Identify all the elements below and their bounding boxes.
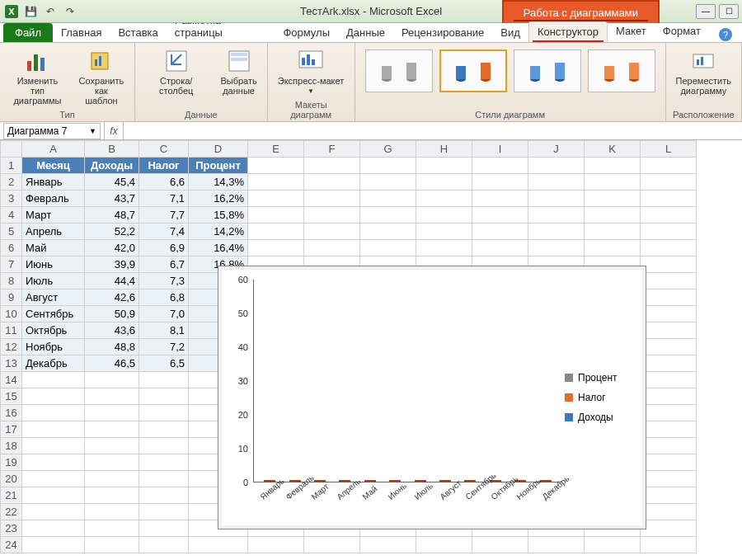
row-header[interactable]: 21 <box>1 487 22 504</box>
cell[interactable] <box>304 537 360 553</box>
column-header[interactable]: J <box>528 141 585 158</box>
row-header[interactable]: 7 <box>1 256 22 273</box>
cell[interactable] <box>641 388 697 405</box>
cell[interactable]: 50,9 <box>85 306 139 322</box>
chart-bar[interactable] <box>415 480 426 482</box>
cell[interactable]: 7,0 <box>139 306 189 322</box>
cell[interactable] <box>360 537 416 553</box>
cell[interactable] <box>304 207 360 224</box>
row-header[interactable]: 9 <box>1 289 22 306</box>
tab-data[interactable]: Данные <box>338 23 393 42</box>
cell[interactable] <box>22 487 85 504</box>
redo-icon[interactable]: ↷ <box>63 4 77 19</box>
cell[interactable] <box>85 421 139 438</box>
cell[interactable] <box>139 520 189 537</box>
tab-insert[interactable]: Вставка <box>110 23 166 42</box>
row-header[interactable]: 18 <box>1 438 22 454</box>
cell[interactable] <box>22 438 85 454</box>
cell[interactable] <box>248 191 304 207</box>
tab-view[interactable]: Вид <box>492 23 528 42</box>
cell[interactable] <box>248 207 304 224</box>
cell[interactable] <box>248 174 304 191</box>
cell[interactable] <box>139 372 189 388</box>
row-header[interactable]: 6 <box>1 240 22 256</box>
chart-style-1[interactable] <box>365 49 433 92</box>
cell[interactable]: 7,2 <box>139 339 189 355</box>
cell[interactable] <box>416 224 472 240</box>
row-header[interactable]: 22 <box>1 504 22 520</box>
cell[interactable] <box>22 454 85 471</box>
cell[interactable] <box>22 471 85 487</box>
cell[interactable] <box>641 322 697 339</box>
cell[interactable]: 45,4 <box>85 174 139 191</box>
cell[interactable] <box>641 537 697 553</box>
cell[interactable] <box>416 207 472 224</box>
cell[interactable] <box>472 240 528 256</box>
cell[interactable]: 6,9 <box>139 240 189 256</box>
cell[interactable]: Май <box>22 240 85 256</box>
cell[interactable]: 7,1 <box>139 191 189 207</box>
chart-bar[interactable] <box>464 480 476 482</box>
tab-home[interactable]: Главная <box>53 23 110 42</box>
cell[interactable]: 6,7 <box>139 256 189 273</box>
cell[interactable] <box>22 504 85 520</box>
quick-layout-button[interactable]: Экспресс-макет ▼ <box>275 46 348 96</box>
cell[interactable] <box>641 471 697 487</box>
cell[interactable] <box>472 207 528 224</box>
cell[interactable] <box>139 471 189 487</box>
cell[interactable] <box>641 224 697 240</box>
cell[interactable] <box>85 405 139 421</box>
cell[interactable]: 7,3 <box>139 273 189 289</box>
cell[interactable] <box>416 537 472 553</box>
cell[interactable]: Доходы <box>85 158 139 174</box>
row-header[interactable]: 13 <box>1 355 22 372</box>
column-header[interactable]: L <box>641 141 697 158</box>
row-header[interactable]: 2 <box>1 174 22 191</box>
row-header[interactable]: 20 <box>1 471 22 487</box>
cell[interactable] <box>528 174 585 191</box>
column-header[interactable]: H <box>416 141 472 158</box>
cell[interactable] <box>641 438 697 454</box>
legend-item[interactable]: Процент <box>565 372 639 384</box>
cell[interactable] <box>641 273 697 289</box>
cell[interactable] <box>22 421 85 438</box>
cell[interactable] <box>416 191 472 207</box>
select-data-button[interactable]: Выбрать данные <box>217 46 260 97</box>
change-chart-type-button[interactable]: Изменить тип диаграммы <box>7 46 68 107</box>
cell[interactable] <box>472 224 528 240</box>
tab-chart-layout[interactable]: Макет <box>608 21 655 42</box>
cell[interactable] <box>85 537 139 553</box>
cell[interactable]: 42,6 <box>85 289 139 306</box>
row-header[interactable]: 1 <box>1 158 22 174</box>
cell[interactable]: 6,6 <box>139 174 189 191</box>
cell[interactable] <box>85 388 139 405</box>
row-header[interactable]: 5 <box>1 224 22 240</box>
row-header[interactable]: 17 <box>1 421 22 438</box>
cell[interactable]: Сентябрь <box>22 306 85 322</box>
cell[interactable]: Февраль <box>22 191 85 207</box>
cell[interactable]: Налог <box>139 158 189 174</box>
cell[interactable] <box>528 158 585 174</box>
select-all-cell[interactable] <box>1 141 22 158</box>
tab-formulas[interactable]: Формулы <box>275 23 338 42</box>
cell[interactable] <box>641 454 697 471</box>
minimize-button[interactable]: — <box>696 4 716 19</box>
cell[interactable] <box>139 421 189 438</box>
cell[interactable] <box>304 240 360 256</box>
column-header[interactable]: G <box>360 141 416 158</box>
cell[interactable]: 6,8 <box>139 289 189 306</box>
cell[interactable] <box>304 191 360 207</box>
cell[interactable] <box>641 158 697 174</box>
cell[interactable] <box>641 504 697 520</box>
row-header[interactable]: 3 <box>1 191 22 207</box>
formula-input[interactable] <box>124 123 742 139</box>
tab-review[interactable]: Рецензирование <box>393 23 492 42</box>
cell[interactable]: 43,6 <box>85 322 139 339</box>
column-header[interactable]: B <box>85 141 139 158</box>
cell[interactable] <box>139 487 189 504</box>
cell[interactable] <box>248 158 304 174</box>
cell[interactable]: 16,2% <box>189 191 248 207</box>
cell[interactable] <box>85 504 139 520</box>
cell[interactable] <box>641 405 697 421</box>
cell[interactable] <box>360 158 416 174</box>
